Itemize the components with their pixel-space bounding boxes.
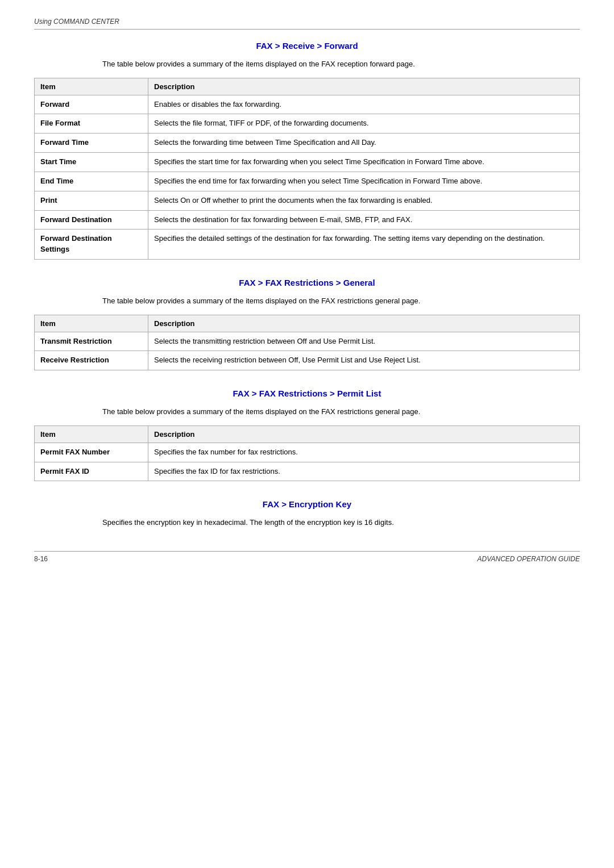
row-item: Forward Destination Settings bbox=[35, 229, 148, 260]
footer-guide-name: ADVANCED OPERATION GUIDE bbox=[478, 555, 580, 563]
section-fax-receive-forward: FAX > Receive > Forward The table below … bbox=[34, 41, 580, 260]
table-fax-restrictions-permit-list: Item Description Permit FAX Number Speci… bbox=[34, 425, 580, 482]
row-item: Start Time bbox=[35, 153, 148, 172]
row-desc: Specifies the start time for fax forward… bbox=[148, 153, 580, 172]
table-row: Start Time Specifies the start time for … bbox=[35, 153, 580, 172]
section-title-1: FAX > Receive > Forward bbox=[34, 41, 580, 51]
table-row: Forward Time Selects the forwarding time… bbox=[35, 133, 580, 153]
table-fax-restrictions-general: Item Description Transmit Restriction Se… bbox=[34, 315, 580, 371]
footer-page-number: 8-16 bbox=[34, 555, 48, 563]
row-item: Forward Time bbox=[35, 133, 148, 153]
section-desc-1: The table below provides a summary of th… bbox=[102, 59, 546, 70]
row-item: Print bbox=[35, 191, 148, 210]
row-item: Forward bbox=[35, 95, 148, 114]
section-desc-4: Specifies the encryption key in hexadeci… bbox=[102, 517, 546, 528]
row-desc: Specifies the detailed settings of the d… bbox=[148, 229, 580, 260]
row-desc: Selects the destination for fax forwardi… bbox=[148, 210, 580, 229]
row-desc: Selects the file format, TIFF or PDF, of… bbox=[148, 114, 580, 133]
section-fax-restrictions-permit-list: FAX > FAX Restrictions > Permit List The… bbox=[34, 389, 580, 481]
table-row: Print Selects On or Off whether to print… bbox=[35, 191, 580, 210]
row-desc: Specifies the end time for fax forwardin… bbox=[148, 172, 580, 191]
table-row: Forward Enables or disables the fax forw… bbox=[35, 95, 580, 114]
row-desc: Selects the transmitting restriction bet… bbox=[148, 332, 580, 351]
row-desc: Selects the receiving restriction betwee… bbox=[148, 351, 580, 370]
page-header: Using COMMAND CENTER bbox=[34, 17, 580, 30]
section-desc-2: The table below provides a summary of th… bbox=[102, 295, 546, 307]
table-row: Transmit Restriction Selects the transmi… bbox=[35, 332, 580, 351]
section-title-2: FAX > FAX Restrictions > General bbox=[34, 278, 580, 287]
table-row: Forward Destination Selects the destinat… bbox=[35, 210, 580, 229]
table-fax-receive-forward: Item Description Forward Enables or disa… bbox=[34, 78, 580, 260]
row-item: Forward Destination bbox=[35, 210, 148, 229]
col-header-desc-3: Description bbox=[148, 425, 580, 443]
col-header-desc-1: Description bbox=[148, 78, 580, 95]
row-desc: Specifies the fax number for fax restric… bbox=[148, 443, 580, 462]
section-title-4: FAX > Encryption Key bbox=[34, 499, 580, 509]
row-desc: Specifies the fax ID for fax restriction… bbox=[148, 462, 580, 481]
section-fax-encryption-key: FAX > Encryption Key Specifies the encry… bbox=[34, 499, 580, 528]
table-row: File Format Selects the file format, TIF… bbox=[35, 114, 580, 133]
row-item: Transmit Restriction bbox=[35, 332, 148, 351]
page-content: Using COMMAND CENTER FAX > Receive > For… bbox=[0, 0, 614, 597]
row-desc: Selects the forwarding time between Time… bbox=[148, 133, 580, 153]
col-header-item-2: Item bbox=[35, 315, 148, 332]
row-item: Receive Restriction bbox=[35, 351, 148, 370]
table-row: Forward Destination Settings Specifies t… bbox=[35, 229, 580, 260]
row-item: Permit FAX Number bbox=[35, 443, 148, 462]
col-header-item-1: Item bbox=[35, 78, 148, 95]
table-row: Receive Restriction Selects the receivin… bbox=[35, 351, 580, 370]
row-desc: Enables or disables the fax forwarding. bbox=[148, 95, 580, 114]
section-fax-restrictions-general: FAX > FAX Restrictions > General The tab… bbox=[34, 278, 580, 370]
table-row: End Time Specifies the end time for fax … bbox=[35, 172, 580, 191]
table-row: Permit FAX ID Specifies the fax ID for f… bbox=[35, 462, 580, 481]
table-row: Permit FAX Number Specifies the fax numb… bbox=[35, 443, 580, 462]
header-text: Using COMMAND CENTER bbox=[34, 18, 119, 26]
row-item: Permit FAX ID bbox=[35, 462, 148, 481]
row-item: End Time bbox=[35, 172, 148, 191]
section-desc-3: The table below provides a summary of th… bbox=[102, 406, 546, 418]
section-title-3: FAX > FAX Restrictions > Permit List bbox=[34, 389, 580, 398]
page-footer: 8-16 ADVANCED OPERATION GUIDE bbox=[34, 551, 580, 563]
row-desc: Selects On or Off whether to print the d… bbox=[148, 191, 580, 210]
row-item: File Format bbox=[35, 114, 148, 133]
col-header-desc-2: Description bbox=[148, 315, 580, 332]
col-header-item-3: Item bbox=[35, 425, 148, 443]
